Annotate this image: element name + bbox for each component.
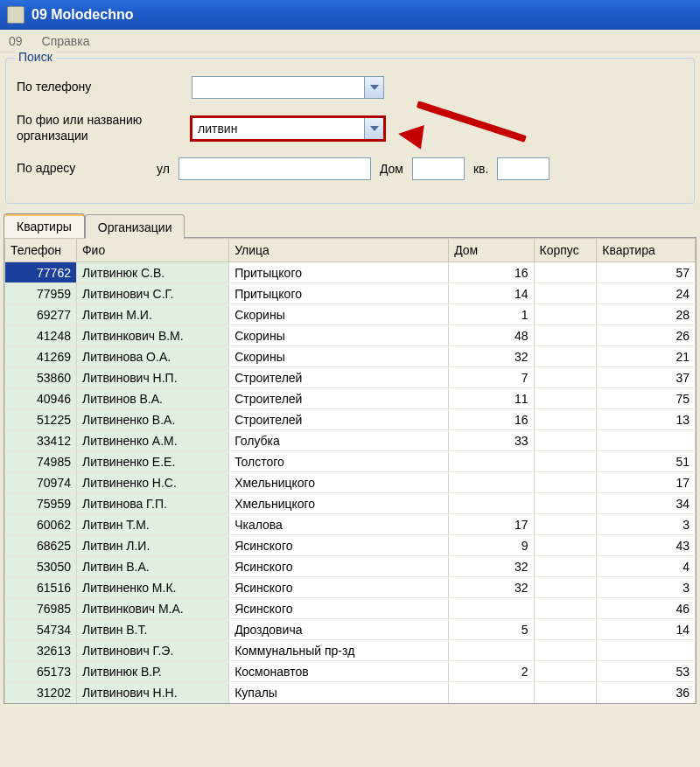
menu-help[interactable]: Справка: [38, 32, 94, 50]
table-row[interactable]: 75959Литвинова Г.П.Хмельницкого34: [5, 493, 696, 514]
col-fio[interactable]: Фио: [76, 239, 228, 262]
cell-korpus: [534, 556, 597, 577]
cell-korpus: [534, 472, 597, 493]
col-street[interactable]: Улица: [229, 239, 449, 262]
phone-combo[interactable]: [192, 76, 384, 99]
table-row[interactable]: 32613Литвинович Г.Э.Коммунальный пр-зд: [5, 640, 696, 661]
house-input-field[interactable]: [413, 158, 464, 179]
cell-street: Строителей: [229, 388, 449, 409]
table-row[interactable]: 54734Литвин В.Т.Дроздовича514: [5, 619, 696, 640]
tab-apartments[interactable]: Квартиры: [4, 213, 85, 238]
table-row[interactable]: 70974Литвиненко Н.С.Хмельницкого17: [5, 472, 696, 493]
cell-telephone: 69277: [5, 304, 77, 325]
cell-fio: Литвин Л.И.: [76, 535, 228, 556]
table-row[interactable]: 76985Литвинкович М.А.Ясинского46: [5, 598, 696, 619]
cell-flat: [597, 430, 696, 451]
col-korpus[interactable]: Корпус: [534, 239, 597, 262]
cell-fio: Литвинович Н.П.: [76, 367, 228, 388]
cell-house: [449, 493, 534, 514]
table-row[interactable]: 60062Литвин Т.М.Чкалова173: [5, 514, 696, 535]
flat-label: кв.: [473, 162, 488, 176]
cell-korpus: [534, 493, 597, 514]
table-row[interactable]: 65173Литвинюк В.Р.Космонавтов253: [5, 661, 696, 682]
cell-street: Купалы: [229, 682, 449, 703]
flat-input-field[interactable]: [498, 158, 549, 179]
table-row[interactable]: 53860Литвинович Н.П.Строителей737: [5, 367, 696, 388]
cell-fio: Литвин В.А.: [76, 556, 228, 577]
chevron-down-icon: [370, 126, 379, 131]
cell-korpus: [534, 346, 597, 367]
street-input-field[interactable]: [179, 158, 370, 179]
cell-street: Ясинского: [229, 598, 449, 619]
cell-house: 11: [449, 388, 534, 409]
fio-value[interactable]: литвин: [192, 122, 364, 136]
fio-label: По фио или названию организации: [17, 113, 192, 143]
cell-flat: 36: [597, 682, 696, 703]
cell-telephone: 70974: [5, 472, 77, 493]
cell-telephone: 33412: [5, 430, 77, 451]
table-row[interactable]: 51225Литвиненко В.А.Строителей1613: [5, 409, 696, 430]
cell-korpus: [534, 598, 597, 619]
table-row[interactable]: 61516Литвиненко М.К.Ясинского323: [5, 577, 696, 598]
cell-telephone: 32613: [5, 640, 77, 661]
cell-flat: [597, 640, 696, 661]
col-flat[interactable]: Квартира: [597, 239, 696, 262]
cell-korpus: [534, 535, 597, 556]
cell-fio: Литвинович С.Г.: [76, 283, 228, 304]
fio-combo[interactable]: литвин: [192, 117, 384, 140]
cell-flat: 28: [597, 304, 696, 325]
cell-street: Скорины: [229, 304, 449, 325]
table-row[interactable]: 77762Литвинюк С.В.Притыцкого1657: [5, 262, 696, 283]
cell-flat: 17: [597, 472, 696, 493]
app-icon: [7, 6, 24, 24]
table-row[interactable]: 74985Литвиненко Е.Е.Толстого51: [5, 451, 696, 472]
cell-fio: Литвинюк В.Р.: [76, 661, 228, 682]
cell-house: 14: [449, 283, 534, 304]
cell-house: 48: [449, 325, 534, 346]
cell-korpus: [534, 325, 597, 346]
col-house[interactable]: Дом: [449, 239, 534, 262]
house-label: Дом: [380, 162, 403, 176]
col-telephone[interactable]: Телефон: [5, 239, 77, 262]
cell-fio: Литвиненко Е.Е.: [76, 451, 228, 472]
cell-korpus: [534, 577, 597, 598]
table-row[interactable]: 77959Литвинович С.Г.Притыцкого1424: [5, 283, 696, 304]
cell-fio: Литвиненко Н.С.: [76, 472, 228, 493]
cell-telephone: 77762: [5, 262, 77, 283]
table-row[interactable]: 41248Литвинкович В.М.Скорины4826: [5, 325, 696, 346]
tab-panel-apartments: Телефон Фио Улица Дом Корпус Квартира 77…: [4, 237, 696, 704]
cell-telephone: 60062: [5, 514, 77, 535]
cell-house: 17: [449, 514, 534, 535]
street-input[interactable]: [178, 157, 371, 180]
table-row[interactable]: 41269Литвинова О.А.Скорины3221: [5, 346, 696, 367]
search-legend: Поиск: [15, 50, 56, 64]
cell-fio: Литвинов В.А.: [76, 388, 228, 409]
cell-korpus: [534, 430, 597, 451]
fio-dropdown-button[interactable]: [364, 118, 383, 139]
table-row[interactable]: 31202Литвинович Н.Н.Купалы36: [5, 682, 696, 703]
cell-house: 16: [449, 409, 534, 430]
cell-flat: 57: [597, 262, 696, 283]
table-row[interactable]: 33412Литвиненко А.М.Голубка33: [5, 430, 696, 451]
cell-fio: Литвиненко А.М.: [76, 430, 228, 451]
cell-flat: 37: [597, 367, 696, 388]
menu-09[interactable]: 09: [5, 32, 26, 50]
addr-label: По адресу: [17, 161, 148, 177]
cell-street: Ясинского: [229, 556, 449, 577]
flat-input[interactable]: [497, 157, 550, 180]
table-row[interactable]: 69277Литвин М.И.Скорины128: [5, 304, 696, 325]
cell-street: Толстого: [229, 451, 449, 472]
cell-flat: 75: [597, 388, 696, 409]
cell-house: [449, 598, 534, 619]
cell-korpus: [534, 262, 597, 283]
cell-telephone: 76985: [5, 598, 77, 619]
phone-dropdown-button[interactable]: [364, 77, 383, 98]
table-row[interactable]: 40946Литвинов В.А.Строителей1175: [5, 388, 696, 409]
house-input[interactable]: [412, 157, 465, 180]
table-row[interactable]: 53050Литвин В.А.Ясинского324: [5, 556, 696, 577]
cell-flat: 3: [597, 577, 696, 598]
cell-telephone: 75959: [5, 493, 77, 514]
results-table[interactable]: Телефон Фио Улица Дом Корпус Квартира 77…: [4, 238, 696, 703]
table-row[interactable]: 68625Литвин Л.И.Ясинского943: [5, 535, 696, 556]
tab-organizations[interactable]: Организации: [85, 214, 186, 239]
